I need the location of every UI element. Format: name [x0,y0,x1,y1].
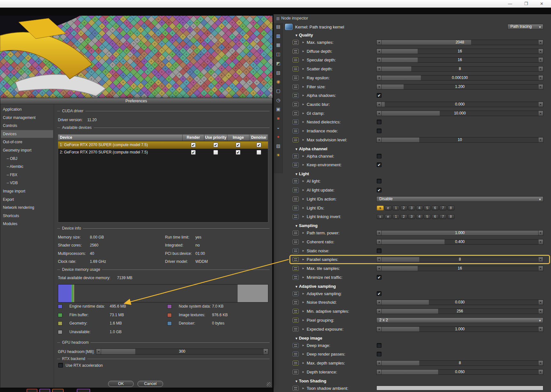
node-pin-icon[interactable] [293,188,299,192]
expander-icon[interactable]: ► [302,50,305,53]
slider-decrement-arrow[interactable]: ◄ [377,327,382,332]
device-denoise-checkbox[interactable] [256,150,261,155]
expander-icon[interactable]: ► [302,361,305,365]
checkbox-minimize-net-traffic[interactable]: ✔ [377,275,382,280]
checkbox-keep-environment[interactable]: ✔ [377,162,382,167]
node-pin-icon[interactable] [293,179,299,184]
slider-increment-arrow[interactable]: ► [538,58,543,62]
expander-icon[interactable]: ► [302,120,305,123]
slider-increment-arrow[interactable]: ► [538,49,543,54]
device-row[interactable]: 1: GeForce RTX 2070 SUPER (compute model… [58,141,268,149]
dropdown-light-ids-action[interactable]: Disable▼ [376,196,543,202]
expander-icon[interactable]: ► [302,76,305,79]
expander-icon[interactable]: ► [302,231,305,234]
section-header-adaptive-sampling[interactable]: Adaptive sampling [295,284,336,289]
slider-diffuse-depth[interactable]: ◄►16 [376,49,543,54]
node-pin-icon[interactable] [293,58,299,62]
section-header-quality[interactable]: Quality [295,33,313,38]
node-pin-icon[interactable] [293,352,299,357]
node-pin-icon[interactable] [293,137,299,142]
light-id-button-light-linking-invert-4[interactable]: 4 [416,214,423,219]
sidebar-item-network-rendering[interactable]: Network rendering [1,204,53,211]
kernel-type-dropdown[interactable]: Path tracing▼ [508,24,543,29]
section-header-toon-shading[interactable]: Toon Shading [295,379,326,384]
slider-decrement-arrow[interactable]: ◄ [377,300,382,305]
expander-icon[interactable]: ► [302,387,305,390]
render-viewport[interactable] [0,16,272,98]
node-pin-icon[interactable] [293,309,299,314]
expander-icon[interactable]: ► [302,249,305,252]
sidebar-item-export[interactable]: Export [1,196,53,203]
node-pin-icon[interactable] [293,327,299,332]
light-id-button-light-ids-6[interactable]: 6 [432,206,439,210]
column-header-render[interactable]: Render [183,135,204,141]
node-pin-icon[interactable] [293,300,299,305]
device-render-checkbox[interactable]: ✔ [191,143,196,147]
slider-decrement-arrow[interactable]: ◄ [377,266,382,271]
light-id-button-light-ids-2[interactable]: 2 [400,206,407,210]
device-image-checkbox[interactable]: ✔ [236,150,240,155]
gpu-headroom-slider[interactable]: ◄►300 [96,349,268,355]
expander-icon[interactable]: ► [302,292,305,295]
node-pin-icon[interactable] [293,248,299,253]
slider-decrement-arrow[interactable]: ◄ [377,111,382,116]
light-id-button-light-ids-5[interactable]: 5 [424,206,431,210]
slider-increment-arrow[interactable]: ► [538,257,543,262]
slider-increment-arrow[interactable]: ► [538,300,543,305]
device-row[interactable]: 2: GeForce RTX 2070 SUPER (compute model… [58,149,268,156]
expander-icon[interactable]: ► [302,197,305,200]
column-header-image[interactable]: Image [227,135,249,141]
slider-filter-size[interactable]: ◄►1.200 [376,84,543,90]
checkbox-nested-dielectrics[interactable] [377,120,382,124]
expander-icon[interactable]: ► [302,41,305,44]
close-button[interactable]: ✕ [539,0,545,8]
light-id-button-light-linking-invert-3[interactable]: 3 [408,214,415,219]
device-render-checkbox[interactable]: ✔ [191,150,196,155]
checkbox-adaptive-sampling[interactable]: ✔ [377,291,382,296]
node-pin-icon[interactable] [293,214,299,219]
expander-icon[interactable]: ► [302,188,305,192]
section-header-light[interactable]: Light [295,171,309,177]
slider-max-subdivision-level[interactable]: ◄►10 [376,137,543,143]
node-pin-icon[interactable] [293,111,299,116]
sidebar-item-fbx[interactable]: FBX [1,171,53,179]
node-pin-icon[interactable] [293,49,299,54]
slider-parallel-samples[interactable]: ◄►8 [376,257,543,262]
ok-button[interactable]: OK [108,381,134,387]
slider-decrement-arrow[interactable]: ◄ [377,84,382,89]
slider-gi-clamp[interactable]: ◄►10.000 [376,111,543,116]
slider-decrement-arrow[interactable]: ◄ [96,349,101,354]
sidebar-item-application[interactable]: Application [1,106,53,113]
sidebar-item-modules[interactable]: Modules [1,220,53,228]
expander-icon[interactable]: ► [302,67,305,70]
slider-max-samples[interactable]: ◄►2048 [376,40,543,45]
slider-max-tile-samples[interactable]: ◄►16 [376,266,543,271]
slider-increment-arrow[interactable]: ► [538,137,543,142]
expander-icon[interactable]: ► [302,310,305,313]
slider-depth-tolerance[interactable]: ◄►0.050 [376,369,543,375]
expander-icon[interactable]: ► [302,267,305,270]
slider-expected-exposure[interactable]: ◄►1.000 [376,326,543,332]
sidebar-item-out-of-core[interactable]: Out-of-core [1,138,53,146]
slider-caustic-blur[interactable]: ◄►0.000 [376,102,543,107]
dropdown-pixel-grouping[interactable]: 2 x 2▼ [376,318,543,323]
node-pin-icon[interactable] [293,120,299,124]
sidebar-item-shortcuts[interactable]: Shortcuts [1,212,53,220]
light-id-button-light-linking-invert-s[interactable]: s [377,214,384,219]
light-id-button-light-linking-invert-6[interactable]: 6 [432,214,439,219]
checkbox-alpha-channel[interactable] [377,154,382,159]
slider-increment-arrow[interactable]: ► [263,349,268,354]
node-pin-icon[interactable] [293,370,299,374]
expander-icon[interactable]: ► [302,276,305,279]
sidebar-item-obj[interactable]: OBJ [1,155,53,162]
light-id-button-light-ids-7[interactable]: 7 [439,206,446,210]
slider-increment-arrow[interactable]: ► [538,67,543,71]
slider-decrement-arrow[interactable]: ◄ [377,40,382,45]
slider-decrement-arrow[interactable]: ◄ [377,231,382,235]
slider-decrement-arrow[interactable]: ◄ [377,58,382,62]
slider-increment-arrow[interactable]: ► [538,231,543,235]
slider-increment-arrow[interactable]: ► [538,84,543,89]
slider-decrement-arrow[interactable]: ◄ [377,239,382,244]
maximize-button[interactable]: ❐ [523,0,529,8]
slider-path-term-power[interactable]: ◄►1.000 [376,230,543,236]
